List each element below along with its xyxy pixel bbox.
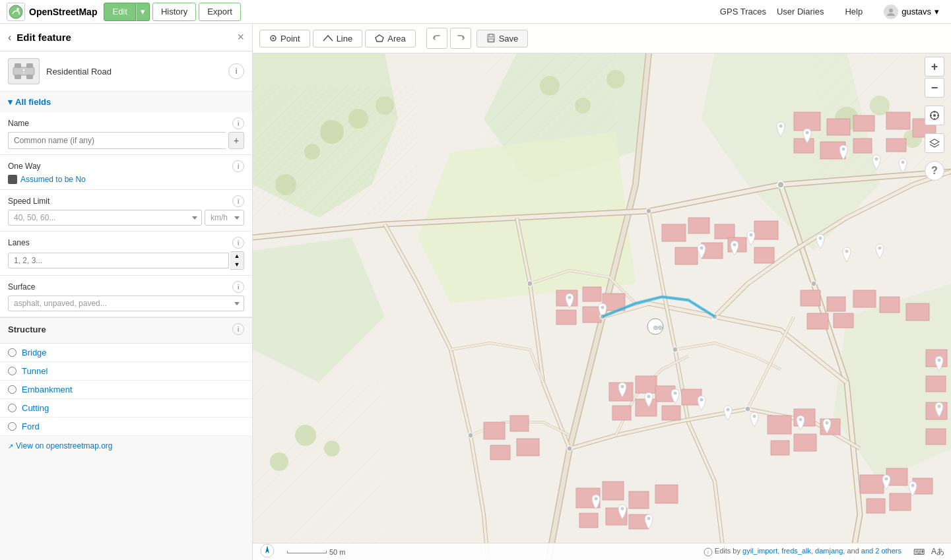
ford-radio[interactable] — [8, 422, 16, 431]
speed-info-button[interactable]: i — [232, 195, 244, 207]
export-button[interactable]: Export — [199, 3, 241, 21]
gps-traces-link[interactable]: GPS Traces — [715, 7, 771, 16]
feature-icon — [8, 58, 40, 84]
svg-point-147 — [933, 114, 936, 117]
one-way-text: Assumed to be No — [20, 175, 86, 184]
save-button[interactable]: Save — [476, 30, 529, 47]
edit-dropdown-button[interactable]: ▾ — [136, 3, 150, 21]
redo-button[interactable] — [450, 28, 471, 49]
name-add-button[interactable]: + — [228, 132, 244, 149]
svg-point-133 — [646, 208, 651, 214]
svg-point-129 — [938, 405, 941, 408]
svg-point-109 — [733, 243, 737, 247]
lanes-up-button[interactable]: ▲ — [230, 252, 244, 261]
help-link[interactable]: Help — [839, 7, 868, 16]
structure-info-button[interactable]: i — [232, 323, 244, 335]
user-menu[interactable]: gustavs ▾ — [878, 5, 944, 19]
svg-point-118 — [700, 398, 704, 402]
svg-rect-82 — [655, 485, 678, 503]
user-diaries-link[interactable]: User Diaries — [771, 7, 830, 16]
lanes-label: Lanes — [8, 238, 232, 247]
svg-rect-13 — [489, 34, 493, 37]
area-tool-button[interactable]: Area — [365, 30, 415, 47]
tunnel-label[interactable]: Tunnel — [22, 366, 48, 376]
svg-rect-96 — [880, 297, 900, 313]
one-way-info-button[interactable]: i — [232, 160, 244, 172]
svg-point-139 — [468, 433, 473, 438]
view-on-osm-link[interactable]: ↗ View on openstreetmap.org — [0, 436, 252, 456]
accessibility-button[interactable]: Aあ — [931, 546, 944, 557]
help-button[interactable]: ? — [925, 161, 944, 181]
editor1-link[interactable]: gyil_import — [742, 547, 777, 555]
others-link[interactable]: and 2 others — [861, 547, 902, 555]
tunnel-radio[interactable] — [8, 367, 16, 375]
line-tool-button[interactable]: Line — [313, 30, 363, 47]
svg-point-128 — [938, 359, 941, 362]
edit-button[interactable]: Edit — [104, 3, 135, 21]
svg-rect-77 — [771, 441, 789, 455]
edits-by-text: Edits by — [715, 547, 742, 555]
logo: OpenStreetMap — [7, 3, 97, 21]
speed-limit-select[interactable]: 40, 50, 60... 40 50 60 70 80 — [8, 210, 202, 226]
back-button[interactable]: ‹ — [8, 32, 11, 44]
line-tool-label: Line — [337, 34, 353, 44]
bridge-option: Bridge — [0, 344, 252, 362]
top-navigation: OpenStreetMap Edit ▾ History Export GPS … — [0, 0, 951, 24]
name-info-button[interactable]: i — [232, 117, 244, 129]
undo-button[interactable] — [426, 28, 447, 49]
cutting-radio[interactable] — [8, 404, 16, 412]
all-fields-header[interactable]: ▾ All fields — [0, 92, 252, 112]
history-button[interactable]: History — [152, 3, 196, 21]
map-background[interactable]: ◎◎ 50 m + − — [253, 24, 951, 560]
keyboard-button[interactable]: ⌨ — [913, 547, 925, 557]
svg-rect-95 — [853, 290, 876, 307]
save-label: Save — [499, 34, 519, 44]
lanes-input[interactable] — [8, 253, 229, 268]
close-panel-button[interactable]: × — [237, 30, 244, 44]
svg-rect-90 — [890, 493, 911, 511]
surface-select[interactable]: asphalt, unpaved, paved... asphalt unpav… — [8, 296, 244, 311]
svg-point-2 — [889, 9, 893, 13]
editor2-link[interactable]: freds_alk — [781, 547, 811, 555]
svg-text:i: i — [707, 549, 709, 555]
map-toolbar: Point Line Area Save — [253, 24, 951, 53]
name-input[interactable] — [8, 132, 226, 149]
map-area: Point Line Area Save — [253, 24, 951, 560]
all-fields-label: All fields — [15, 97, 51, 107]
lanes-down-button[interactable]: ▼ — [230, 261, 244, 269]
ford-option: Ford — [0, 418, 252, 436]
layers-button[interactable] — [925, 133, 944, 153]
svg-rect-70 — [484, 422, 505, 439]
bridge-radio[interactable] — [8, 348, 16, 357]
zoom-in-button[interactable]: + — [925, 57, 944, 77]
scale-bar — [287, 551, 327, 553]
svg-point-108 — [700, 247, 704, 250]
editor3-link[interactable]: damjang — [815, 547, 843, 555]
embankment-radio[interactable] — [8, 385, 16, 394]
svg-rect-97 — [906, 303, 929, 321]
feature-info-button[interactable]: i — [228, 63, 244, 79]
scale-bar-container: 50 m — [287, 548, 345, 556]
speed-unit-select[interactable]: km/h mph — [205, 210, 244, 226]
cutting-label[interactable]: Cutting — [22, 403, 49, 413]
svg-point-123 — [595, 497, 598, 501]
surface-info-button[interactable]: i — [232, 281, 244, 293]
svg-point-119 — [727, 408, 730, 412]
locate-button[interactable] — [925, 106, 944, 125]
layers-icon — [929, 138, 940, 148]
svg-point-115 — [621, 385, 624, 389]
nav-arrow-button[interactable] — [259, 543, 275, 560]
caret-icon: ▾ — [8, 97, 13, 107]
ford-label[interactable]: Ford — [22, 421, 40, 431]
svg-point-111 — [845, 250, 849, 253]
svg-point-130 — [777, 181, 784, 188]
svg-rect-14 — [488, 39, 494, 42]
embankment-label[interactable]: Embankment — [22, 385, 73, 394]
svg-point-10 — [273, 38, 275, 40]
speed-limit-label: Speed Limit — [8, 197, 232, 206]
bridge-label[interactable]: Bridge — [22, 348, 47, 358]
zoom-out-button[interactable]: − — [925, 78, 944, 98]
lanes-info-button[interactable]: i — [232, 237, 244, 249]
point-tool-button[interactable]: Point — [259, 30, 310, 47]
svg-rect-93 — [807, 313, 828, 329]
